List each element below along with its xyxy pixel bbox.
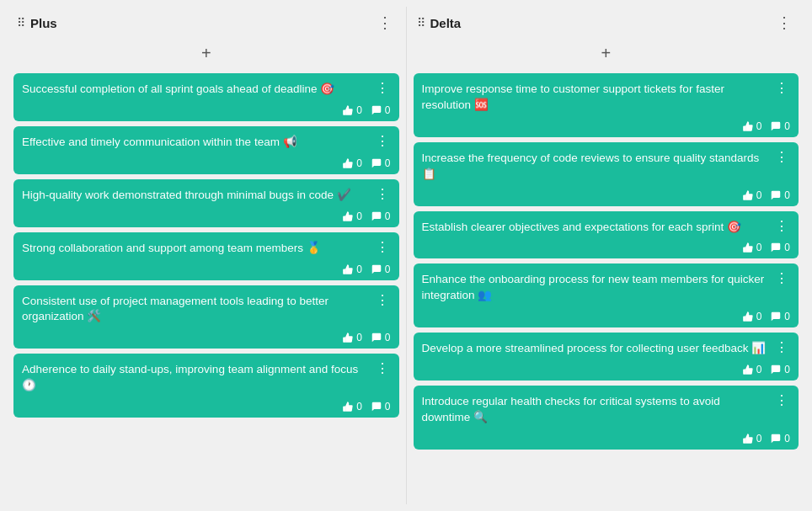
like-count-plus-6: 0 [356,401,362,413]
like-button-plus-4[interactable]: 0 [342,263,362,275]
card-delta-4: Enhance the onboarding process for new t… [414,263,799,327]
like-count-plus-3: 0 [356,210,362,222]
board: Plus⋮+Successful completion of all sprin… [7,7,805,504]
comment-button-delta-1[interactable]: 0 [770,120,790,132]
card-delta-1: Improve response time to customer suppor… [414,73,799,137]
comment-button-delta-6[interactable]: 0 [770,433,790,444]
comment-count-delta-6: 0 [784,433,790,444]
add-card-button-plus[interactable]: + [13,39,399,68]
comment-count-plus-5: 0 [385,332,391,343]
column-title-plus: Plus [30,16,57,30]
like-count-plus-5: 0 [356,332,362,343]
like-count-delta-1: 0 [756,120,762,132]
like-count-plus-1: 0 [356,104,362,116]
card-text-delta-2: Increase the frequency of code reviews t… [422,151,774,183]
add-card-button-delta[interactable]: + [414,39,799,68]
card-plus-6: Adherence to daily stand-ups, improving … [13,354,399,418]
like-count-delta-5: 0 [756,364,762,375]
like-button-delta-1[interactable]: 0 [742,120,762,132]
comment-count-delta-5: 0 [784,364,790,375]
column-menu-button-plus[interactable]: ⋮ [374,15,396,30]
comment-count-delta-1: 0 [784,120,790,132]
comment-count-plus-4: 0 [385,263,391,275]
column-menu-button-delta[interactable]: ⋮ [773,15,795,30]
card-delta-6: Introduce regular health checks for crit… [414,386,799,450]
card-menu-button-plus-3[interactable]: ⋮ [374,188,391,201]
card-delta-5: Develop a more streamlined process for c… [414,333,799,381]
comment-count-plus-2: 0 [385,157,391,169]
comment-button-delta-2[interactable]: 0 [770,189,790,201]
comment-count-plus-1: 0 [385,104,391,116]
like-count-delta-6: 0 [756,433,762,444]
comment-count-delta-2: 0 [784,189,790,201]
like-button-plus-2[interactable]: 0 [342,157,362,169]
comment-count-plus-3: 0 [385,210,391,222]
column-header-delta: Delta⋮ [414,10,799,35]
comment-button-delta-4[interactable]: 0 [770,311,790,322]
comment-button-plus-4[interactable]: 0 [371,263,391,275]
card-text-plus-5: Consistent use of project management too… [22,294,374,326]
card-text-delta-6: Introduce regular health checks for crit… [422,394,774,426]
card-menu-button-plus-1[interactable]: ⋮ [374,82,391,95]
comment-button-delta-5[interactable]: 0 [770,364,790,375]
card-text-plus-2: Effective and timely communication withi… [22,135,374,151]
column-title-delta: Delta [430,16,462,30]
like-button-plus-1[interactable]: 0 [342,104,362,116]
column-header-plus: Plus⋮ [13,10,399,35]
drag-handle-icon[interactable] [417,16,425,29]
like-button-delta-6[interactable]: 0 [742,433,762,444]
card-text-plus-4: Strong collaboration and support among t… [22,241,374,257]
card-plus-3: High-quality work demonstrated through m… [13,179,399,227]
column-delta: Delta⋮+Improve response time to customer… [407,7,806,504]
card-menu-button-delta-6[interactable]: ⋮ [773,394,790,407]
card-menu-button-plus-5[interactable]: ⋮ [374,294,391,307]
like-count-delta-2: 0 [756,189,762,201]
card-menu-button-plus-4[interactable]: ⋮ [374,241,391,254]
like-button-delta-2[interactable]: 0 [742,189,762,201]
card-text-delta-5: Develop a more streamlined process for c… [422,341,774,357]
card-delta-3: Establish clearer objectives and expecta… [414,211,799,259]
card-plus-5: Consistent use of project management too… [13,285,399,349]
card-text-plus-6: Adherence to daily stand-ups, improving … [22,362,374,394]
card-menu-button-delta-4[interactable]: ⋮ [773,272,790,285]
comment-button-plus-6[interactable]: 0 [371,401,391,413]
card-text-delta-1: Improve response time to customer suppor… [422,82,774,114]
card-plus-1: Successful completion of all sprint goal… [13,73,399,121]
like-button-delta-3[interactable]: 0 [742,242,762,253]
card-menu-button-plus-6[interactable]: ⋮ [374,362,391,375]
card-menu-button-delta-1[interactable]: ⋮ [773,82,790,95]
comment-button-plus-3[interactable]: 0 [371,210,391,222]
card-text-delta-3: Establish clearer objectives and expecta… [422,220,774,236]
like-count-plus-2: 0 [356,157,362,169]
card-menu-button-delta-3[interactable]: ⋮ [773,220,790,233]
comment-count-delta-3: 0 [784,242,790,253]
card-plus-2: Effective and timely communication withi… [13,126,399,174]
like-button-delta-5[interactable]: 0 [742,364,762,375]
card-text-plus-3: High-quality work demonstrated through m… [22,188,374,204]
card-text-delta-4: Enhance the onboarding process for new t… [422,272,774,304]
drag-handle-icon[interactable] [17,16,25,29]
card-menu-button-plus-2[interactable]: ⋮ [374,135,391,148]
comment-button-delta-3[interactable]: 0 [770,242,790,253]
card-text-plus-1: Successful completion of all sprint goal… [22,82,374,98]
comment-button-plus-1[interactable]: 0 [371,104,391,116]
like-button-plus-6[interactable]: 0 [342,401,362,413]
comment-count-plus-6: 0 [385,401,391,413]
card-menu-button-delta-2[interactable]: ⋮ [773,151,790,164]
like-count-plus-4: 0 [356,263,362,275]
like-button-plus-5[interactable]: 0 [342,332,362,343]
comment-button-plus-5[interactable]: 0 [371,332,391,343]
like-button-delta-4[interactable]: 0 [742,311,762,322]
card-plus-4: Strong collaboration and support among t… [13,232,399,280]
comment-button-plus-2[interactable]: 0 [371,157,391,169]
comment-count-delta-4: 0 [784,311,790,322]
like-count-delta-4: 0 [756,311,762,322]
like-count-delta-3: 0 [756,242,762,253]
card-menu-button-delta-5[interactable]: ⋮ [773,341,790,354]
like-button-plus-3[interactable]: 0 [342,210,362,222]
column-plus: Plus⋮+Successful completion of all sprin… [7,7,406,504]
card-delta-2: Increase the frequency of code reviews t… [414,142,799,206]
